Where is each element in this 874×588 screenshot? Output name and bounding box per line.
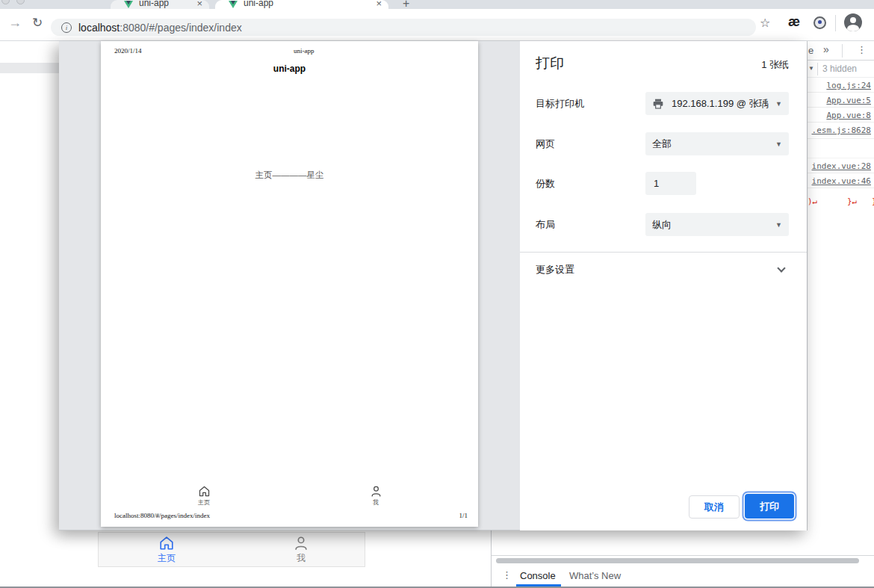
url-host: localhost — [78, 22, 120, 34]
avatar-body-shape — [847, 25, 859, 31]
console-row: index.vue:28 — [808, 158, 874, 173]
more-tabs-icon[interactable]: » — [823, 43, 829, 55]
extension-ae-icon[interactable]: æ — [788, 14, 800, 30]
console-row-empty — [808, 139, 874, 158]
copies-input[interactable] — [645, 172, 696, 195]
devtools-panel: e » ⋮ ▼ 3 hidden log.js:24 App.vue:5 App… — [807, 41, 874, 555]
print-settings-panel: 打印 1 张纸 目标打印机 192.168.1.199 @ 张瑀 ▼ 网页 — [520, 41, 807, 530]
vue-logo-icon — [126, 1, 131, 4]
devtools-tab-partial[interactable]: e — [808, 45, 813, 56]
devtools-menu-icon[interactable]: ⋮ — [857, 44, 867, 55]
forward-icon[interactable]: → — [8, 15, 22, 31]
console-source-link[interactable]: index.vue:28 — [812, 161, 871, 171]
tab-close-icon[interactable]: × — [196, 0, 202, 9]
console-filter-bar: ▼ 3 hidden — [808, 61, 874, 78]
url-path: :8080/#/pages/index/index — [120, 22, 241, 34]
console-error-text: )↵ }↵ })↵ — [808, 193, 874, 211]
layout-row: 布局 纵向 ▼ — [536, 213, 789, 236]
dropdown-arrow-icon: ▼ — [775, 221, 782, 229]
person-icon — [370, 485, 382, 498]
preview-tab-home-label: 主页 — [167, 498, 241, 507]
chevron-down-icon[interactable] — [777, 264, 785, 272]
app-tab-home-label: 主页 — [137, 552, 196, 565]
pages-value: 全部 — [652, 137, 672, 151]
dropdown-arrow-icon: ▼ — [775, 100, 782, 108]
console-source-link[interactable]: index.vue:46 — [812, 176, 871, 186]
print-preview-page: 2020/1/14 uni-app uni-app 主页————星尘 主页 我 … — [101, 41, 478, 527]
layout-label: 布局 — [536, 213, 555, 236]
destination-row: 目标打印机 192.168.1.199 @ 张瑀 ▼ — [536, 92, 789, 115]
window-control-icon[interactable] — [1, 0, 10, 4]
window-control-icon[interactable] — [16, 0, 25, 4]
console-source-link[interactable]: log.js:24 — [826, 81, 871, 90]
home-icon — [158, 535, 175, 551]
pages-label: 网页 — [536, 132, 555, 155]
console-row: .esm.js:8628 — [808, 123, 874, 139]
console-source-link[interactable]: App.vue:8 — [826, 111, 871, 120]
preview-tab-me-label: 我 — [338, 498, 413, 507]
console-source-link[interactable]: App.vue:5 — [826, 96, 871, 105]
browser-tab-1[interactable]: uni-app × — [111, 0, 209, 9]
preview-page-title: uni-app — [101, 64, 478, 74]
browser-toolbar: → ↻ i localhost:8080/#/pages/index/index… — [0, 9, 874, 41]
extension-badge-icon[interactable] — [813, 16, 826, 29]
console-row: App.vue:8 — [808, 108, 874, 123]
filter-dropdown-icon[interactable]: ▼ — [808, 65, 814, 72]
tab-close-icon[interactable]: × — [376, 0, 382, 9]
page-header-band — [0, 63, 59, 73]
app-tabbar: 主页 我 — [98, 532, 365, 567]
tab-title: uni-app — [139, 0, 169, 8]
console-row: App.vue:5 — [808, 93, 874, 108]
browser-window: uni-app × uni-app × + → ↻ i localhost:80… — [0, 0, 874, 588]
console-source-link[interactable]: .esm.js:8628 — [812, 126, 871, 135]
tab-console[interactable]: Console — [520, 570, 556, 581]
url-text: localhost:8080/#/pages/index/index — [78, 22, 242, 34]
console-row: log.js:24 — [808, 78, 874, 93]
app-tab-me[interactable]: 我 — [271, 535, 331, 565]
copies-row: 份数 — [536, 172, 789, 195]
drawer-menu-icon[interactable]: ⋮ — [502, 569, 512, 581]
profile-avatar[interactable] — [844, 13, 862, 31]
bookmark-star-icon[interactable]: ☆ — [760, 16, 770, 30]
app-tab-me-label: 我 — [271, 552, 331, 565]
toolbar-divider — [835, 15, 836, 31]
preview-footer-url: localhost:8080/#/pages/index/index — [114, 512, 210, 519]
avatar-head-shape — [850, 17, 856, 23]
cancel-button[interactable]: 取消 — [689, 495, 740, 519]
devtools-divider — [842, 44, 843, 58]
console-row: index.vue:46 — [808, 173, 874, 188]
more-settings-label[interactable]: 更多设置 — [536, 263, 574, 276]
browser-tab-2[interactable]: uni-app × — [215, 0, 388, 9]
drawer-top-border — [492, 555, 874, 556]
address-bar[interactable]: i localhost:8080/#/pages/index/index — [51, 19, 756, 36]
tab-strip: uni-app × uni-app × + — [0, 0, 874, 9]
extension-badge-dot — [818, 20, 822, 24]
destination-label: 目标打印机 — [536, 92, 584, 115]
print-dialog: 2020/1/14 uni-app uni-app 主页————星尘 主页 我 … — [59, 41, 807, 530]
layout-select[interactable]: 纵向 ▼ — [645, 213, 789, 236]
hidden-messages-count[interactable]: 3 hidden — [822, 64, 857, 74]
print-dialog-title: 打印 — [536, 54, 564, 73]
pages-select[interactable]: 全部 ▼ — [645, 132, 789, 155]
preview-tab-home: 主页 — [167, 485, 241, 507]
tab-title: uni-app — [244, 0, 273, 8]
sheet-count: 1 张纸 — [761, 58, 789, 72]
destination-select[interactable]: 192.168.1.199 @ 张瑀 ▼ — [645, 92, 789, 115]
app-tab-home[interactable]: 主页 — [137, 535, 196, 565]
tab-whats-new[interactable]: What’s New — [569, 570, 621, 581]
pages-row: 网页 全部 ▼ — [536, 132, 789, 155]
preview-header-date: 2020/1/14 — [114, 47, 142, 55]
devtools-drawer: ⋮ Console What’s New — [491, 530, 874, 588]
printer-icon — [652, 98, 664, 110]
settings-divider — [520, 252, 807, 253]
home-icon — [198, 485, 211, 498]
preview-footer-page-number: 1/1 — [459, 512, 468, 519]
preview-header-title: uni-app — [294, 47, 314, 55]
filter-divider — [817, 63, 818, 75]
print-button[interactable]: 打印 — [745, 494, 794, 519]
preview-tab-me: 我 — [338, 485, 413, 507]
dropdown-arrow-icon: ▼ — [775, 140, 782, 148]
page-info-icon[interactable]: i — [61, 22, 72, 33]
horizontal-scrollbar[interactable] — [496, 558, 859, 563]
reload-icon[interactable]: ↻ — [32, 15, 43, 31]
